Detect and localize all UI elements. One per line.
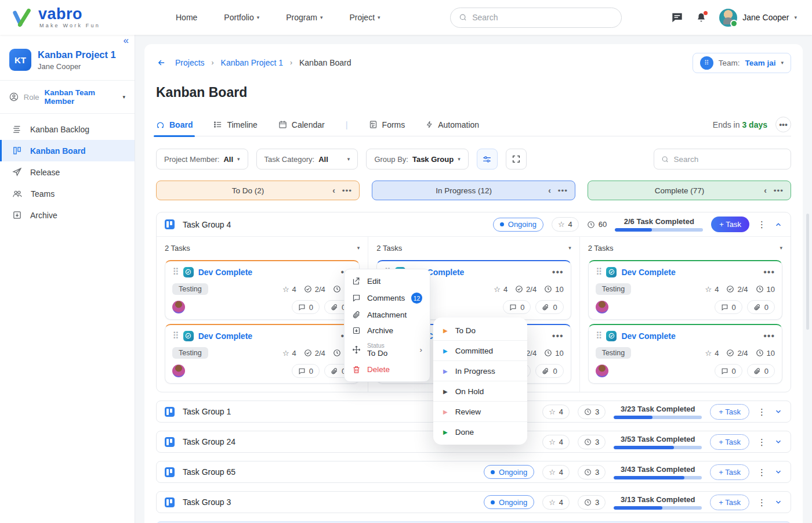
tab-board[interactable]: Board xyxy=(156,113,193,136)
task-card[interactable]: ⠿ Dev Complete ••• Testing ☆4 2/4 10 xyxy=(165,260,360,320)
task-card[interactable]: ⠿ Dev Complete ••• Testing ☆4 2/4 10 xyxy=(588,260,782,320)
fullscreen-icon[interactable] xyxy=(506,149,527,169)
add-task-button[interactable]: + Task xyxy=(710,464,749,480)
card-menu-icon[interactable]: ••• xyxy=(763,331,775,341)
sidebar-collapse-icon[interactable]: « xyxy=(124,35,129,46)
sidebar-item-archive[interactable]: Archive xyxy=(0,204,135,226)
menu-item-delete[interactable]: Delete xyxy=(345,362,430,377)
role-selector[interactable]: Role Kanban Team Member ▾ xyxy=(0,81,135,113)
menu-item-comments[interactable]: Comments 12 xyxy=(345,289,430,307)
status-option-on-hold[interactable]: ▶ On Hold xyxy=(433,381,527,401)
task-title[interactable]: Dev Complete xyxy=(621,331,675,341)
group-menu-icon[interactable]: ⋮ xyxy=(757,407,766,416)
group-by-filter[interactable]: Group By:Task Group▾ xyxy=(366,149,468,169)
drag-handle-icon[interactable]: ⠿ xyxy=(172,266,179,277)
user-menu[interactable]: Jane Cooper ▾ xyxy=(719,9,797,27)
group-menu-icon[interactable]: ⋮ xyxy=(757,220,766,229)
team-selector[interactable]: ⠿ Team: Team jai ▾ xyxy=(693,53,791,73)
menu-item-status[interactable]: StatusTo Do › xyxy=(345,338,430,362)
chevron-down-icon[interactable] xyxy=(774,438,782,446)
tab-forms[interactable]: Forms xyxy=(369,113,405,136)
feedback-chat-icon[interactable] xyxy=(671,12,683,23)
column-menu-icon[interactable]: ••• xyxy=(558,186,568,195)
card-menu-icon[interactable]: ••• xyxy=(552,267,564,277)
comments-count[interactable]: 0 xyxy=(715,300,742,314)
notifications-bell-icon[interactable] xyxy=(696,12,706,23)
breadcrumb-kanban-project[interactable]: Kanban Project 1 xyxy=(221,58,283,67)
collapse-column-icon[interactable]: ‹ xyxy=(764,186,767,195)
project-block[interactable]: KT Kanban Project 1 Jane Cooper xyxy=(0,35,135,80)
add-task-button[interactable]: + Task xyxy=(711,217,749,232)
task-title[interactable]: Dev Complete xyxy=(198,268,252,277)
add-task-button[interactable]: + Task xyxy=(710,495,749,510)
column-header-in-progress[interactable]: In Progress (12) ‹ ••• xyxy=(372,181,575,200)
add-task-button[interactable]: + Task xyxy=(710,404,749,420)
sidebar-item-kanban-backlog[interactable]: Kanban Backlog xyxy=(0,118,135,140)
nav-program[interactable]: Program▾ xyxy=(286,13,322,22)
task-card[interactable]: ⠿ Dev Complete ••• Testing ☆4 2/4 10 xyxy=(165,324,360,384)
attachments-count[interactable]: 0 xyxy=(747,364,775,378)
assignee-avatar[interactable] xyxy=(172,365,185,377)
global-search[interactable] xyxy=(450,8,622,28)
status-option-review[interactable]: ▶ Review xyxy=(433,401,527,421)
drag-handle-icon[interactable]: ⠿ xyxy=(172,330,179,341)
task-group-row-3[interactable]: Task Group 3 Ongoing ☆4 3 3/13 Task Comp… xyxy=(156,491,791,513)
task-card[interactable]: ⠿ Dev Complete ••• Testing ☆4 2/4 10 xyxy=(588,324,782,384)
chevron-down-icon[interactable] xyxy=(774,407,782,416)
comments-count[interactable]: 0 xyxy=(292,300,320,314)
attachments-count[interactable]: 0 xyxy=(747,300,775,314)
tab-automation[interactable]: Automation xyxy=(426,113,479,136)
column-header-complete[interactable]: Complete (77) ‹ ••• xyxy=(588,181,791,200)
group-menu-icon[interactable]: ⋮ xyxy=(757,468,766,477)
board-search[interactable] xyxy=(654,149,791,169)
task-count[interactable]: 2 Tasks▾ xyxy=(376,240,571,256)
sidebar-item-release[interactable]: Release xyxy=(0,161,135,183)
comments-count[interactable]: 0 xyxy=(715,364,742,378)
sidebar-item-teams[interactable]: Teams xyxy=(0,183,135,204)
chevron-down-icon[interactable] xyxy=(774,498,782,506)
chevron-down-icon[interactable] xyxy=(774,468,782,476)
board-settings-sliders-icon[interactable] xyxy=(477,149,498,169)
tab-calendar[interactable]: Calendar xyxy=(278,113,325,136)
task-count[interactable]: 2 Tasks▾ xyxy=(588,240,782,256)
attachments-count[interactable]: 0 xyxy=(535,300,563,314)
status-option-in-progress[interactable]: ▶ In Progress xyxy=(433,360,527,381)
task-title[interactable]: Dev Complete xyxy=(621,268,675,277)
assignee-avatar[interactable] xyxy=(596,301,608,313)
column-menu-icon[interactable]: ••• xyxy=(774,186,784,195)
attachments-count[interactable]: 0 xyxy=(535,364,563,378)
card-menu-icon[interactable]: ••• xyxy=(763,267,775,277)
status-option-todo[interactable]: ▶ To Do xyxy=(433,320,527,340)
group-menu-icon[interactable]: ⋮ xyxy=(757,438,766,446)
task-category-filter[interactable]: Task Category:All▾ xyxy=(256,149,358,169)
vabro-logo[interactable]: vabro Make Work Fun xyxy=(0,6,135,28)
comments-count[interactable]: 0 xyxy=(503,300,531,314)
group-menu-icon[interactable]: ⋮ xyxy=(757,498,766,507)
scrollbar-thumb[interactable] xyxy=(806,214,809,330)
nav-portfolio[interactable]: Portfolio▾ xyxy=(224,13,259,22)
assignee-avatar[interactable] xyxy=(172,301,185,313)
tab-timeline[interactable]: Timeline xyxy=(213,113,257,136)
menu-item-attachment[interactable]: Attachment xyxy=(345,307,430,323)
drag-handle-icon[interactable]: ⠿ xyxy=(596,266,603,277)
task-title[interactable]: Dev Complete xyxy=(198,331,252,341)
column-menu-icon[interactable]: ••• xyxy=(342,186,352,195)
board-more-menu[interactable]: ••• xyxy=(775,117,791,132)
drag-handle-icon[interactable]: ⠿ xyxy=(596,330,603,341)
sidebar-item-kanban-board[interactable]: Kanban Board xyxy=(0,140,135,161)
collapse-column-icon[interactable]: ‹ xyxy=(548,186,551,195)
board-search-input[interactable] xyxy=(673,155,784,164)
assignee-avatar[interactable] xyxy=(596,365,608,377)
breadcrumb-projects[interactable]: Projects xyxy=(175,58,205,67)
nav-home[interactable]: Home xyxy=(176,13,197,22)
task-count[interactable]: 2 Tasks▾ xyxy=(165,240,360,256)
add-task-button[interactable]: + Task xyxy=(710,434,749,450)
status-option-done[interactable]: ▶ Done xyxy=(433,421,527,442)
nav-project[interactable]: Project▾ xyxy=(349,13,380,22)
chevron-up-icon[interactable] xyxy=(774,221,782,229)
collapse-column-icon[interactable]: ‹ xyxy=(332,186,335,195)
global-search-input[interactable] xyxy=(472,13,612,22)
project-member-filter[interactable]: Project Member:All▾ xyxy=(156,149,248,169)
menu-item-archive[interactable]: Archive xyxy=(345,323,430,338)
task-group-row-65[interactable]: Task Group 65 Ongoing ☆4 3 3/43 Task Com… xyxy=(156,461,791,483)
